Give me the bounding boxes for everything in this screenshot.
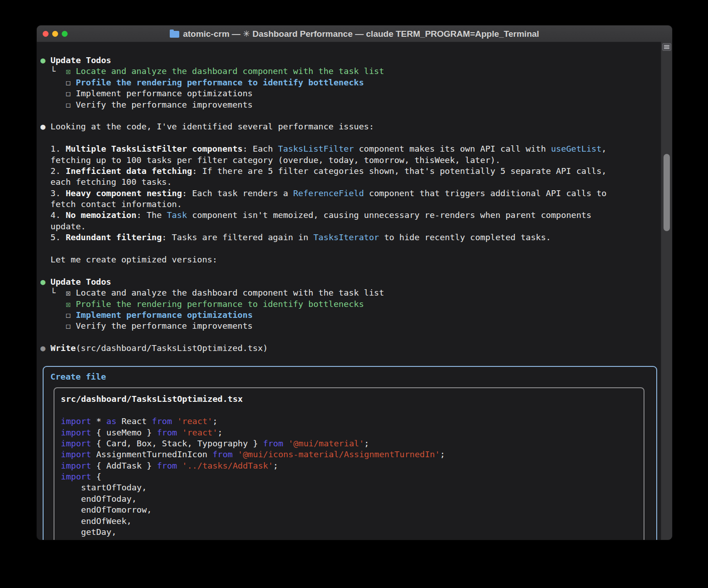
titlebar: atomic-crm — ✳ Dashboard Performance — c… (37, 25, 672, 42)
file-code: import * as React from 'react';import { … (61, 416, 644, 538)
terminal-line: 1. Multiple TasksListFilter components: … (40, 143, 661, 154)
terminal-line: each fetching 100 tasks. (40, 177, 661, 188)
terminal-line: ☐ Implement performance optimizations (40, 88, 661, 99)
terminal-line: 3. Heavy component nesting: Each task re… (40, 188, 661, 199)
blank-line (61, 405, 644, 416)
terminal-line (40, 133, 661, 143)
create-file-title: Create file (44, 371, 656, 382)
terminal-line: ● Update Todos (40, 277, 661, 287)
terminal-line: ☐ Verify the performance improvements (40, 99, 661, 110)
terminal-line: ● Write(src/dashboard/TasksListOptimized… (40, 343, 661, 354)
terminal-line: startOfToday, (61, 482, 644, 493)
file-path: src/dashboard/TasksListOptimized.tsx (61, 394, 644, 405)
terminal-line: ● Update Todos (40, 55, 661, 66)
terminal-line (40, 110, 661, 121)
terminal-line: endOfWeek, (61, 516, 644, 527)
terminal-line (40, 243, 661, 254)
terminal-line: 5. Redundant filtering: Tasks are filter… (40, 232, 661, 243)
terminal-line: import { Card, Box, Stack, Typography } … (61, 438, 644, 449)
terminal-line: fetching up to 100 tasks per filter cate… (40, 155, 661, 166)
terminal-line: endOfToday, (61, 494, 644, 504)
terminal-line: update. (40, 221, 661, 232)
terminal-line: Let me create optimized versions: (40, 254, 661, 265)
window-title-area: atomic-crm — ✳ Dashboard Performance — c… (37, 25, 672, 42)
terminal-content: ● Update Todos └ ☒ Locate and analyze th… (40, 42, 661, 540)
terminal-line: import { useMemo } from 'react'; (61, 427, 644, 438)
terminal-line: ● Looking at the code, I've identified s… (40, 121, 661, 132)
create-file-panel: Create file src/dashboard/TasksListOptim… (43, 366, 657, 540)
terminal-line (40, 354, 661, 365)
terminal-output: ● Update Todos └ ☒ Locate and analyze th… (40, 55, 661, 365)
terminal-line: getDay, (61, 527, 644, 538)
file-content-panel: src/dashboard/TasksListOptimized.tsx imp… (54, 387, 644, 540)
terminal-line: ☐ Profile the rendering performance to i… (40, 77, 661, 88)
terminal-line: ☐ Verify the performance improvements (40, 321, 661, 331)
terminal-line (40, 332, 661, 343)
terminal-line: endOfTomorrow, (61, 504, 644, 515)
window-title: atomic-crm — ✳ Dashboard Performance — c… (183, 29, 539, 39)
terminal-line (40, 265, 661, 276)
terminal-line: ☒ Profile the rendering performance to i… (40, 299, 661, 310)
scrollbar-thumb[interactable] (664, 154, 670, 231)
terminal-window: atomic-crm — ✳ Dashboard Performance — c… (36, 25, 673, 540)
terminal-line: └ ☒ Locate and analyze the dashboard com… (40, 287, 661, 298)
terminal-line: import AssignmentTurnedInIcon from '@mui… (61, 449, 644, 460)
scrollbar-track[interactable] (661, 42, 672, 540)
terminal-line: └ ☒ Locate and analyze the dashboard com… (40, 66, 661, 77)
terminal-line: import * as React from 'react'; (61, 416, 644, 427)
terminal-line: 2. Inefficient data fetching: If there a… (40, 166, 661, 177)
terminal-line: 4. No memoization: The Task component is… (40, 210, 661, 221)
folder-icon (170, 31, 179, 38)
terminal-line: ☐ Implement performance optimizations (40, 310, 661, 321)
split-pane-button[interactable] (662, 43, 671, 51)
terminal-line: fetch contact information. (40, 199, 661, 210)
terminal-line: import { AddTask } from '../tasks/AddTas… (61, 460, 644, 471)
terminal-line: import { (61, 471, 644, 482)
